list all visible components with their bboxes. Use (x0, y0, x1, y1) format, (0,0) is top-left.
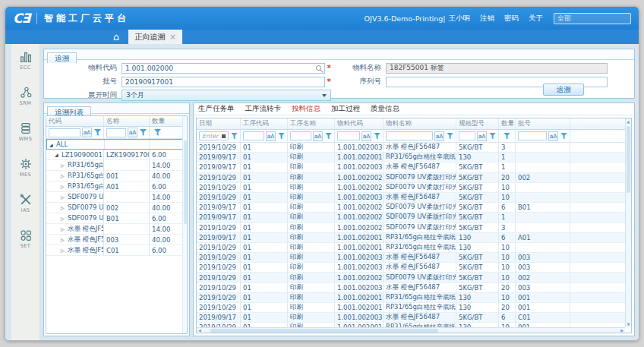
expand-icon[interactable]: ▷ (61, 248, 68, 253)
scrollbar-thumb[interactable] (184, 140, 187, 224)
filter-input[interactable] (106, 128, 126, 137)
table-row[interactable]: 2019/09/1701印刷1.001.002002SDF0079 UV柔版打印… (197, 203, 625, 213)
filter-input[interactable] (290, 131, 311, 140)
match-case-button[interactable]: aA (477, 131, 487, 141)
filter-icon[interactable] (489, 133, 496, 140)
column-header-5[interactable]: 规格型号 (456, 118, 499, 129)
tree-column-header[interactable]: 数量 (150, 116, 184, 126)
tab-processing[interactable]: 加工过程 (331, 104, 360, 114)
tab-feeding-info[interactable]: 投料信息 (292, 104, 320, 114)
tree-row[interactable]: ▷水墨 橙色JF56414.00 (46, 224, 187, 235)
filter-icon[interactable] (374, 133, 380, 140)
table-row[interactable]: 2019/10/2901印刷1.001.002001RP31/65g白格拉辛底纸… (197, 303, 625, 313)
table-row[interactable]: 2019/09/1701印刷1.001.002001RP31/65g白格拉辛底纸… (197, 233, 625, 243)
tree-row[interactable]: ◢ALL (46, 139, 187, 150)
table-row[interactable]: 2019/10/2901印刷1.001.002003水墨 橙色JF564875K… (197, 253, 625, 263)
filter-input[interactable] (518, 131, 547, 140)
trace-button[interactable]: 追溯 (543, 84, 584, 96)
tree-row[interactable]: ▷水墨 橙色JF56400340.00 (46, 235, 187, 245)
column-header-1[interactable]: 工序代码 (241, 118, 288, 129)
tree-row[interactable]: ▷SDF0079 UV墨14.00 (46, 192, 187, 203)
close-icon[interactable]: × (169, 33, 175, 41)
material-code-input[interactable]: 1.001.002000 (122, 63, 325, 74)
password-link[interactable]: 密码 (504, 14, 519, 24)
expand-icon[interactable]: ▷ (61, 162, 68, 168)
tree-row[interactable]: ▷RP31/65g白格00140.00 (46, 171, 187, 181)
sidebar-item-set[interactable]: SET (11, 222, 39, 258)
tree-column-header[interactable]: 名称 (104, 116, 150, 126)
match-case-button[interactable]: aA (82, 128, 92, 137)
calendar-icon[interactable] (222, 134, 226, 138)
tree-row[interactable]: ▷RP31/65g白格A016.00 (46, 181, 187, 192)
expand-icon[interactable]: ▷ (61, 216, 68, 221)
table-row[interactable]: 2019/10/2901印刷1.001.002002SDF0079 UV柔版打印… (197, 173, 625, 183)
tree-row[interactable]: ◢LZ19090001LZK19091700016.00 (46, 150, 187, 160)
tree-row[interactable]: ▷RP31/65g白格14.00 (46, 160, 187, 171)
filter-icon[interactable] (504, 133, 510, 140)
collapse-icon[interactable]: ◢ (49, 142, 56, 147)
tree-row[interactable]: ▷SDF0079 UV墨B016.00 (46, 213, 187, 224)
horizontal-scrollbar[interactable]: ◀ ▶ (197, 327, 625, 333)
sidebar-item-ias[interactable]: IAS (11, 187, 39, 222)
batch-no-input[interactable]: 20190917001 (122, 77, 325, 87)
column-header-7[interactable]: 批号 (516, 118, 570, 129)
table-row[interactable]: 2019/09/1701印刷1.001.002002SDF0079 UV柔版打印… (197, 213, 625, 222)
table-row[interactable]: 2019/09/1701印刷1.001.002003水墨 橙色JF564875K… (197, 162, 625, 172)
collapse-icon[interactable]: ◢ (55, 152, 62, 157)
match-case-button[interactable]: aA (313, 131, 323, 141)
vertical-scrollbar[interactable]: ▲ ▼ (625, 118, 631, 327)
table-row[interactable]: 2019/09/1701印刷1.001.002003水墨 橙色JF564875K… (197, 313, 625, 323)
expand-icon[interactable]: ▷ (61, 205, 68, 210)
expand-icon[interactable]: ▷ (61, 173, 68, 178)
table-row[interactable]: 2019/10/2901印刷1.001.002001RP31/65g白格拉辛底纸… (197, 243, 625, 253)
tree-scrollbar[interactable] (182, 116, 187, 333)
user-name[interactable]: 王小明 (449, 14, 471, 24)
match-case-button[interactable]: aA (434, 131, 444, 141)
filter-icon[interactable] (140, 129, 147, 136)
filter-icon[interactable] (154, 129, 161, 136)
filter-input[interactable] (459, 131, 475, 140)
logout-link[interactable]: 注销 (480, 14, 494, 24)
tree-column-header[interactable]: 代码 (46, 116, 104, 126)
expand-icon[interactable]: ▷ (61, 194, 68, 200)
filter-icon[interactable] (560, 133, 567, 140)
table-row[interactable]: 2019/10/2901印刷1.001.002002SDF0079 UV柔版打印… (197, 183, 625, 193)
column-header-2[interactable]: 工序名称 (288, 118, 335, 129)
scroll-right-icon[interactable]: ▶ (620, 328, 623, 333)
tree-row[interactable]: ▷SDF0079 UV墨00240.00 (46, 203, 187, 213)
table-row[interactable]: 2019/10/2901印刷1.001.002003水墨 橙色JF564875K… (197, 283, 625, 293)
table-row[interactable]: 2019/10/2901印刷1.001.002003水墨 橙色JF564875K… (197, 263, 625, 273)
match-case-button[interactable]: aA (548, 131, 558, 141)
table-row[interactable]: 2019/09/1701印刷1.001.002001RP31/65g白格拉辛底纸… (197, 153, 625, 162)
expand-icon[interactable]: ▷ (61, 237, 68, 242)
search-icon[interactable] (316, 65, 321, 71)
filter-input[interactable] (243, 131, 264, 140)
filter-input[interactable] (337, 131, 360, 140)
global-search-input[interactable] (554, 13, 631, 24)
scroll-down-icon[interactable]: ▼ (626, 321, 631, 327)
match-case-button[interactable]: aA (361, 131, 371, 141)
tab-process-flow-card[interactable]: 工序流转卡 (245, 104, 282, 114)
scrollbar-thumb[interactable] (627, 126, 630, 193)
sidebar-item-wms[interactable]: WMS (11, 115, 39, 151)
scroll-left-icon[interactable]: ◀ (198, 328, 201, 333)
tab-quality-info[interactable]: 质量信息 (371, 104, 399, 114)
filter-icon[interactable] (231, 133, 238, 140)
table-row[interactable]: 2019/10/2901印刷1.001.002002SDF0079 UV柔版打印… (197, 273, 625, 282)
column-header-3[interactable]: 物料代码 (335, 118, 384, 129)
filter-icon[interactable] (447, 133, 453, 140)
filter-icon[interactable] (278, 133, 285, 140)
filter-icon[interactable] (325, 133, 332, 140)
scrollbar-thumb[interactable] (210, 329, 438, 333)
expand-icon[interactable]: ▷ (61, 226, 68, 232)
filter-input[interactable] (386, 131, 433, 140)
scroll-up-icon[interactable]: ▲ (626, 118, 631, 125)
expand-time-select[interactable]: 3个月 (122, 90, 331, 101)
match-case-button[interactable]: aA (128, 128, 137, 137)
column-header-0[interactable]: 日期 (197, 118, 241, 129)
table-row[interactable]: 2019/10/2901印刷1.001.002003水墨 橙色JF564875K… (197, 193, 625, 203)
sidebar-item-mes[interactable]: MES (11, 151, 39, 187)
sidebar-item-srm[interactable]: SRM (11, 80, 39, 115)
date-filter-input[interactable]: Enter date (199, 131, 229, 140)
filter-input[interactable] (49, 128, 80, 137)
